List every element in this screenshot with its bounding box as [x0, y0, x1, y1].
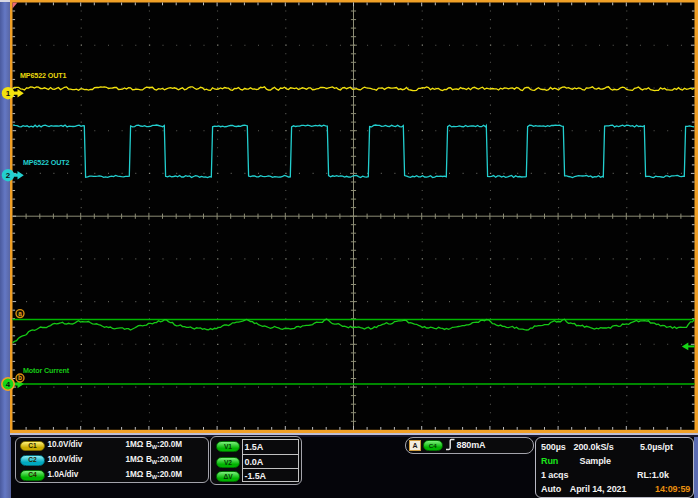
svg-text:MP6522 OUT2: MP6522 OUT2	[23, 158, 69, 167]
svg-text:b: b	[18, 374, 22, 381]
svg-text:4: 4	[6, 380, 11, 389]
svg-text:a: a	[18, 310, 22, 317]
svg-text:MP6522 OUT1: MP6522 OUT1	[20, 71, 66, 80]
svg-text:Motor Current: Motor Current	[23, 366, 70, 375]
svg-text:1: 1	[6, 89, 11, 98]
svg-text:2: 2	[6, 171, 11, 180]
